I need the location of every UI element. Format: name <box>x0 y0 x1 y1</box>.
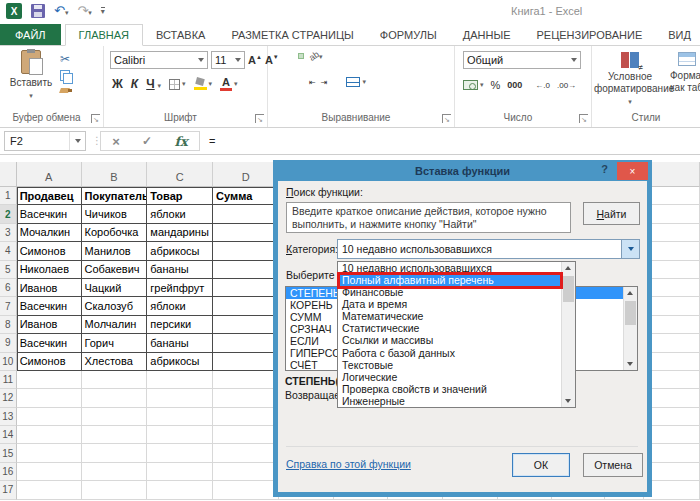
category-option[interactable]: Математические <box>338 310 561 322</box>
row-header-3[interactable]: 3 <box>0 224 17 242</box>
cell[interactable] <box>644 371 700 389</box>
cell[interactable] <box>213 426 279 444</box>
formula-input[interactable]: = <box>202 131 698 151</box>
enter-entry-icon[interactable]: ✓ <box>142 134 152 148</box>
cell[interactable] <box>213 463 279 481</box>
cell[interactable]: Молчалин <box>82 316 148 334</box>
row-header-15[interactable]: 15 <box>0 444 17 462</box>
column-header-A[interactable]: A <box>17 162 82 187</box>
tab-данные[interactable]: ДАННЫЕ <box>450 24 524 45</box>
name-box-dropdown-icon[interactable] <box>69 132 85 150</box>
category-option[interactable]: Инженерные <box>338 395 561 407</box>
column-header[interactable] <box>644 162 700 187</box>
cell[interactable] <box>644 444 700 462</box>
font-name-combo[interactable]: Calibri <box>110 51 208 69</box>
cell[interactable]: Покупатель <box>82 187 148 205</box>
cell[interactable]: грейпфрут <box>147 279 213 297</box>
cell[interactable] <box>644 481 700 499</box>
cell[interactable] <box>147 444 213 462</box>
cell[interactable] <box>644 297 700 315</box>
dropdown-scrollbar[interactable] <box>561 262 575 407</box>
redo-button[interactable]: ↷▾ <box>77 4 91 18</box>
scrollbar-thumb[interactable] <box>625 301 636 325</box>
scroll-down-icon[interactable] <box>565 399 571 403</box>
undo-button[interactable]: ↶▾ <box>54 4 68 18</box>
column-header-D[interactable]: D <box>213 162 279 187</box>
cell[interactable] <box>82 389 148 407</box>
cell[interactable] <box>82 444 148 462</box>
percent-style-button[interactable]: % <box>491 79 501 91</box>
category-dropdown-icon[interactable] <box>621 240 639 258</box>
tab-вид[interactable]: ВИД <box>655 24 700 45</box>
tab-главная[interactable]: ГЛАВНАЯ <box>65 24 143 46</box>
cell[interactable] <box>644 279 700 297</box>
cell[interactable]: яблоки <box>147 205 213 223</box>
cell[interactable] <box>644 224 700 242</box>
cell[interactable] <box>644 205 700 223</box>
cell[interactable] <box>644 187 700 205</box>
cell[interactable] <box>644 463 700 481</box>
conditional-formatting-button[interactable]: Условное форматирование ▾ <box>594 52 666 108</box>
cell[interactable] <box>644 408 700 426</box>
find-button[interactable]: Найти <box>583 202 640 225</box>
cell[interactable] <box>82 481 148 499</box>
cell[interactable]: абрикосы <box>147 353 213 371</box>
cell[interactable] <box>147 408 213 426</box>
comma-style-button[interactable]: 000 <box>507 80 522 90</box>
insert-function-icon[interactable]: fx <box>174 134 187 149</box>
cell[interactable]: Сумма <box>213 187 279 205</box>
cell[interactable] <box>213 242 279 260</box>
row-header-1[interactable]: 1 <box>0 187 17 205</box>
column-header-B[interactable]: B <box>82 162 148 187</box>
align-middle-button[interactable] <box>287 53 293 59</box>
cell[interactable]: абрикосы <box>147 242 213 260</box>
cell[interactable] <box>82 408 148 426</box>
cell[interactable]: Симонов <box>17 353 82 371</box>
cell[interactable]: Николаев <box>17 261 82 279</box>
format-as-table-button[interactable]: Формати как табл <box>670 52 700 94</box>
cell[interactable] <box>213 224 279 242</box>
decrease-decimal-icon[interactable]: .00→ <box>557 81 576 90</box>
cut-icon[interactable]: ✂ <box>60 52 72 66</box>
cell[interactable] <box>213 389 279 407</box>
category-option[interactable]: Статистические <box>338 322 561 334</box>
cell[interactable]: яблоки <box>147 297 213 315</box>
cell[interactable] <box>17 389 82 407</box>
category-option[interactable]: Проверка свойств и значений <box>338 383 561 395</box>
row-header-5[interactable]: 5 <box>0 261 17 279</box>
row-header-10[interactable]: 10 <box>0 353 17 371</box>
category-option[interactable]: Ссылки и массивы <box>338 334 561 346</box>
font-dialog-launcher-icon[interactable]: ↘ <box>255 114 264 123</box>
cell[interactable]: Васечкин <box>17 297 82 315</box>
cell[interactable]: Скалозуб <box>82 297 148 315</box>
category-option[interactable]: Работа с базой данных <box>338 347 561 359</box>
cell[interactable] <box>644 334 700 352</box>
cell[interactable] <box>147 426 213 444</box>
copy-icon[interactable] <box>60 70 71 82</box>
ok-button[interactable]: ОК <box>512 453 570 477</box>
merge-center-button[interactable]: ▾ <box>346 77 366 87</box>
align-left-button[interactable] <box>276 79 282 85</box>
scroll-up-icon[interactable] <box>565 266 571 270</box>
dialog-help-icon[interactable]: ? <box>601 163 608 175</box>
cell[interactable]: Горич <box>82 334 148 352</box>
cell[interactable]: Васечкин <box>17 205 82 223</box>
row-header-17[interactable]: 17 <box>0 481 17 499</box>
number-format-combo[interactable]: Общий <box>463 51 581 69</box>
cell[interactable]: Мочалкин <box>17 224 82 242</box>
category-option[interactable]: Логические <box>338 371 561 383</box>
cell[interactable]: бананы <box>147 261 213 279</box>
cell[interactable]: Иванов <box>17 279 82 297</box>
font-size-combo[interactable]: 11 <box>211 51 245 69</box>
tab-файл[interactable]: ФАЙЛ <box>0 24 61 45</box>
cell[interactable]: Собакевич <box>82 261 148 279</box>
cell[interactable] <box>147 371 213 389</box>
cell[interactable] <box>82 426 148 444</box>
cell[interactable] <box>147 389 213 407</box>
orientation-button[interactable]: ab▾ <box>309 50 323 61</box>
align-bottom-button[interactable] <box>298 53 304 59</box>
cell[interactable] <box>644 389 700 407</box>
row-header-7[interactable]: 7 <box>0 297 17 315</box>
cell[interactable] <box>147 463 213 481</box>
italic-button[interactable]: К <box>131 77 138 91</box>
